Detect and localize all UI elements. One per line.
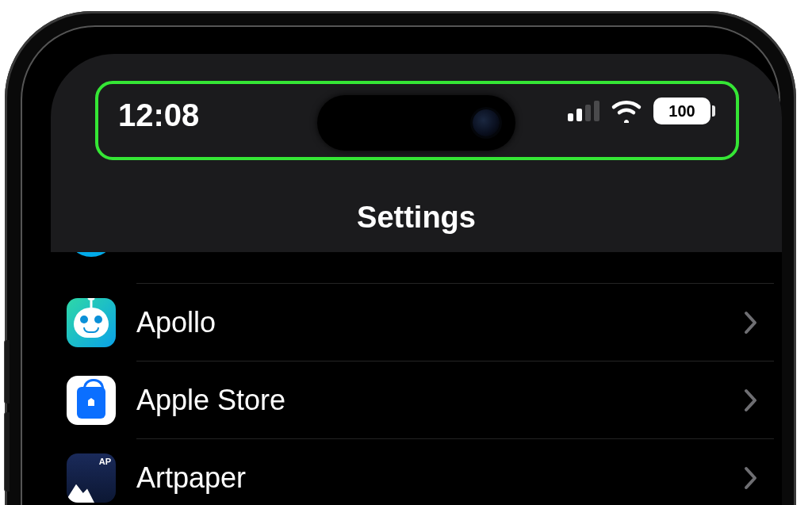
svg-rect-3 [594, 101, 599, 121]
cellular-signal-icon [568, 101, 599, 121]
svg-rect-2 [585, 105, 591, 121]
artpaper-app-icon [67, 453, 116, 503]
chevron-right-icon [744, 388, 758, 412]
phone-screen: 12:08 100 [51, 54, 782, 505]
battery-indicator: 100 [653, 98, 710, 124]
apollo-app-icon [67, 298, 116, 347]
dynamic-island[interactable] [317, 95, 515, 151]
chevron-right-icon [744, 466, 758, 490]
battery-percent: 100 [668, 102, 695, 121]
list-item-artpaper[interactable]: Artpaper [51, 439, 782, 505]
status-time: 12:08 [118, 98, 199, 133]
svg-rect-1 [576, 109, 582, 121]
svg-rect-0 [568, 113, 573, 121]
list-item-amazon-alexa[interactable]: Amazon Alexa [51, 252, 782, 284]
side-button [5, 340, 10, 404]
apple-store-app-icon [67, 376, 116, 425]
status-bar[interactable]: 12:08 100 [51, 54, 782, 165]
list-item-label: Apollo [136, 306, 744, 339]
side-button [5, 412, 10, 492]
wifi-icon [611, 99, 642, 123]
phone-device-frame: 12:08 100 [5, 11, 796, 505]
list-item-label: Apple Store [136, 384, 744, 417]
list-item-apollo[interactable]: Apollo [51, 284, 782, 362]
settings-app-list[interactable]: Amazon Alexa Apollo [51, 252, 782, 505]
list-item-label: Artpaper [136, 461, 744, 495]
chevron-right-icon [744, 311, 758, 335]
phone-bezel: 12:08 100 [21, 25, 780, 505]
list-item-apple-store[interactable]: Apple Store [51, 362, 782, 439]
status-right-cluster: 100 [568, 98, 710, 124]
page-title: Settings [357, 201, 476, 235]
